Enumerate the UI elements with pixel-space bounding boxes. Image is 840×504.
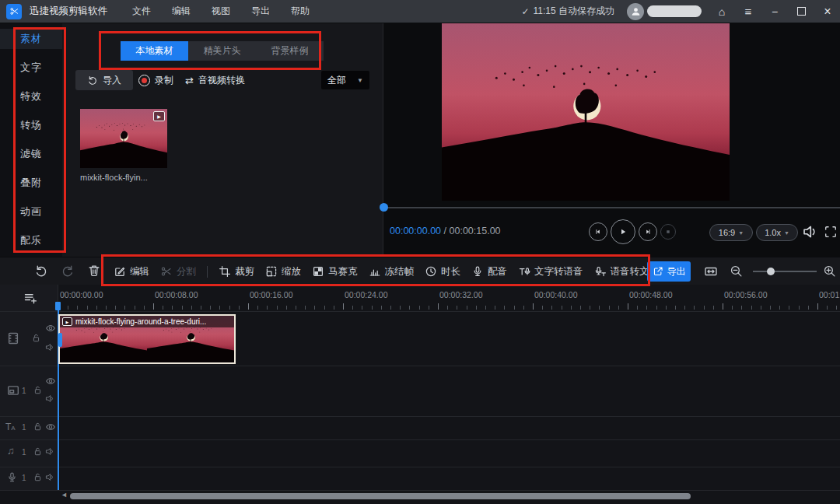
tab-background-samples[interactable]: 背景样例 [256, 41, 324, 61]
speed-dropdown[interactable]: 1.0x ▼ [756, 224, 798, 241]
sidebar-item-animation[interactable]: 动画 [0, 201, 62, 222]
hamburger-menu-icon[interactable]: ≡ [742, 5, 754, 18]
ruler-label: 00:00:48.00 [629, 290, 672, 299]
sidebar-item-music[interactable]: 配乐 [0, 230, 62, 250]
tool-freeze-frame[interactable]: 冻结帧 [369, 265, 415, 278]
timeline-scrollbar[interactable] [70, 493, 691, 499]
tab-local-material[interactable]: 本地素材 [121, 41, 188, 61]
convert-icon: ⇄ [185, 75, 194, 86]
scroll-left-arrow[interactable]: ◄ [61, 491, 68, 499]
tool-duration[interactable]: 时长 [425, 265, 460, 278]
timeline-zoom-slider-thumb[interactable] [767, 268, 775, 275]
tool-edit[interactable]: 编辑 [114, 265, 149, 278]
sidebar-item-overlays[interactable]: 叠附 [0, 173, 62, 193]
tool-scale[interactable]: 缩放 [265, 265, 301, 278]
timecode: 00:00:00.00 / 00:00:15.00 [390, 226, 501, 236]
timeline-zoom-slider[interactable] [753, 271, 817, 272]
fullscreen-icon[interactable] [824, 225, 838, 239]
filter-value: 全部 [327, 74, 346, 87]
timeline-ruler[interactable]: 00:00:00.00 00:00:08.00 00:00:16.00 00:0… [58, 285, 840, 311]
scissors-icon [160, 265, 173, 278]
lock-icon[interactable] [33, 422, 43, 432]
speed-value: 1.0x [765, 228, 781, 237]
track-count: 1 [22, 474, 26, 482]
menu-help[interactable]: 帮助 [291, 5, 310, 18]
preview-panel: 00:00:00.00 / 00:00:15.00 16:9 ▼ 1.0x ▼ [383, 23, 840, 257]
sidebar-item-filters[interactable]: 滤镜 [0, 144, 62, 164]
eye-icon[interactable] [45, 422, 56, 432]
preview-video[interactable] [442, 23, 730, 201]
undo-button[interactable] [34, 264, 48, 278]
convert-label: 音视频转换 [198, 74, 245, 87]
track-count: 1 [22, 423, 26, 432]
record-icon [138, 75, 150, 86]
eye-icon[interactable] [45, 323, 56, 334]
av-convert-button[interactable]: ⇄ 音视频转换 [185, 70, 245, 90]
tool-crop[interactable]: 裁剪 [219, 265, 254, 278]
lock-icon[interactable] [33, 385, 43, 395]
home-icon[interactable]: ⌂ [716, 5, 728, 18]
fit-timeline-icon[interactable] [704, 264, 718, 278]
add-track-icon[interactable] [23, 291, 37, 305]
delete-button[interactable] [87, 264, 101, 278]
lock-icon[interactable] [31, 333, 41, 343]
maximize-button[interactable] [795, 5, 807, 18]
aspect-ratio-dropdown[interactable]: 16:9 ▼ [709, 224, 753, 241]
clip-trim-handle[interactable] [58, 333, 62, 347]
export-icon [653, 266, 663, 277]
filter-dropdown[interactable]: 全部 ▼ [321, 71, 369, 89]
menu-view[interactable]: 视图 [212, 5, 230, 18]
check-icon: ✓ [521, 6, 529, 17]
speaker-icon[interactable] [45, 446, 55, 457]
tool-group: 编辑 分割 裁剪 缩放 马赛克 冻结帧 时长 配音 文字转语音 语音转文字 [114, 257, 659, 285]
import-label: 导入 [103, 74, 121, 87]
track-count: 1 [22, 387, 26, 395]
import-button[interactable]: 导入 [75, 70, 133, 90]
play-button[interactable] [611, 219, 635, 244]
menu-edit[interactable]: 编辑 [172, 5, 191, 18]
tool-dubbing[interactable]: 配音 [471, 265, 507, 278]
menu-export[interactable]: 导出 [251, 5, 270, 18]
previous-frame-button[interactable] [589, 222, 607, 241]
ruler-label: 00:00:00.00 [60, 290, 103, 299]
eye-icon[interactable] [45, 376, 56, 387]
sidebar-item-text[interactable]: 文字 [0, 58, 62, 78]
speaker-icon[interactable] [45, 342, 55, 352]
timeline-clip[interactable]: ▶ mixkit-flock-flying-around-a-tree-duri… [58, 314, 236, 364]
total-time: 00:00:15.00 [450, 226, 501, 236]
speaker-icon[interactable] [45, 472, 55, 482]
row-separator [0, 490, 840, 491]
zoom-out-icon[interactable] [730, 264, 743, 278]
chevron-down-icon: ▼ [738, 230, 744, 236]
ruler-label: 00:00:32.00 [439, 290, 482, 299]
minimize-button[interactable]: − [768, 5, 781, 18]
sidebar-item-effects[interactable]: 特效 [0, 86, 62, 107]
tool-mosaic[interactable]: 马赛克 [312, 265, 358, 278]
tab-intro-templates[interactable]: 精美片头 [188, 41, 256, 61]
tool-split[interactable]: 分割 [160, 265, 196, 278]
playhead-marker[interactable] [55, 302, 61, 310]
record-label: 录制 [155, 74, 173, 87]
menu-file[interactable]: 文件 [132, 5, 151, 18]
redo-button[interactable] [61, 264, 75, 278]
clip-name: mixkit-flock-flying-around-a-tree-duri..… [75, 317, 206, 326]
speaker-icon[interactable] [45, 394, 55, 404]
export-button[interactable]: 导出 [647, 261, 691, 282]
zoom-in-icon[interactable] [823, 264, 836, 278]
close-button[interactable]: × [821, 5, 834, 18]
preview-seekbar-thumb[interactable] [380, 203, 388, 212]
tool-text-to-speech[interactable]: 文字转语音 [518, 265, 583, 278]
lock-icon[interactable] [33, 472, 43, 482]
row-separator [0, 467, 840, 467]
sidebar-item-material[interactable]: 素材 [0, 29, 62, 49]
next-frame-button[interactable] [639, 222, 657, 241]
lock-icon[interactable] [33, 446, 43, 457]
media-tabs: 本地素材 精美片头 背景样例 [121, 41, 324, 61]
avatar[interactable] [627, 3, 644, 20]
stop-button[interactable] [660, 224, 676, 240]
volume-icon[interactable] [802, 223, 819, 240]
record-button[interactable]: 录制 [138, 70, 173, 90]
sidebar-item-transitions[interactable]: 转场 [0, 115, 62, 135]
media-clip-thumbnail[interactable]: ▶ [80, 109, 167, 168]
preview-seekbar[interactable] [383, 207, 840, 208]
